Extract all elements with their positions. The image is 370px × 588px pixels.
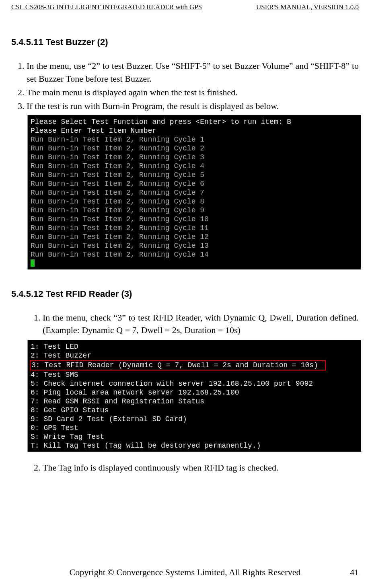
terminal-menu-output: 1: Test LED 2: Test Buzzer 3: Test RFID …	[27, 340, 361, 452]
terminal-line-highlighted: 3: Test RFID Reader (Dynamic Q = 7, Dwel…	[30, 360, 326, 370]
terminal-line: Run Burn-in Test Item 2, Running Cycle 1	[31, 136, 204, 144]
terminal-line: Run Burn-in Test Item 2, Running Cycle 1…	[31, 251, 209, 259]
terminal-line: Run Burn-in Test Item 2, Running Cycle 4	[31, 162, 204, 170]
page-header: CSL CS208-3G INTELLIGENT INTEGRATED READ…	[11, 0, 359, 14]
terminal-line: 9: SD Card 2 Test (External SD Card)	[31, 415, 187, 423]
terminal-line: 0: GPS Test	[31, 424, 78, 432]
terminal-line: Please Enter Test Item Number	[31, 127, 156, 135]
terminal-line: Run Burn-in Test Item 2, Running Cycle 5	[31, 171, 204, 179]
terminal-line: 7: Read GSM RSSI and Registration Status	[31, 397, 204, 405]
terminal-line: 2: Test Buzzer	[31, 352, 91, 360]
terminal-line: Run Burn-in Test Item 2, Running Cycle 1…	[31, 224, 209, 232]
section-heading-test-buzzer: 5.4.5.11 Test Buzzer (2)	[11, 37, 359, 47]
terminal-line: Run Burn-in Test Item 2, Running Cycle 1…	[31, 233, 209, 241]
terminal-line: Run Burn-in Test Item 2, Running Cycle 6	[31, 180, 204, 188]
list-item: The main menu is displayed again when th…	[27, 86, 359, 99]
terminal-line: Run Burn-in Test Item 2, Running Cycle 2	[31, 144, 204, 152]
header-right: USER'S MANUAL, VERSION 1.0.0	[256, 3, 359, 11]
footer-page-number: 41	[350, 567, 359, 578]
rfid-steps-list-cont: The Tag info is displayed continuously w…	[27, 461, 359, 474]
section-heading-test-rfid: 5.4.5.12 Test RFID Reader (3)	[11, 289, 359, 299]
buzzer-steps-list: In the menu, use “2” to test Buzzer. Use…	[11, 60, 359, 113]
terminal-line: Run Burn-in Test Item 2, Running Cycle 1…	[31, 242, 209, 250]
terminal-line: T: Kill Tag Test (Tag will be destoryed …	[31, 442, 261, 450]
terminal-line: Run Burn-in Test Item 2, Running Cycle 3	[31, 153, 204, 161]
terminal-line: Run Burn-in Test Item 2, Running Cycle 7	[31, 189, 204, 197]
terminal-line: S: Write Tag Test	[31, 433, 105, 441]
list-item: The Tag info is displayed continuously w…	[43, 461, 359, 474]
terminal-line: 6: Ping local area network server 192.16…	[31, 389, 239, 397]
terminal-line: Run Burn-in Test Item 2, Running Cycle 1…	[31, 215, 209, 223]
terminal-line: 1: Test LED	[31, 343, 78, 351]
terminal-line: 8: Get GPIO Status	[31, 406, 109, 414]
rfid-steps-list: In the menu, check “3” to test RFID Read…	[27, 311, 359, 337]
terminal-line: 5: Check internet connection with server…	[31, 380, 313, 388]
list-item: In the menu, use “2” to test Buzzer. Use…	[27, 60, 359, 85]
list-item: If the test is run with Burn-in Program,…	[27, 100, 359, 113]
page-footer: Copyright © Convergence Systems Limited,…	[0, 567, 370, 578]
header-left: CSL CS208-3G INTELLIGENT INTEGRATED READ…	[11, 3, 202, 11]
terminal-line: 4: Test SMS	[31, 371, 78, 379]
terminal-line: Please Select Test Function and press <E…	[31, 118, 291, 126]
terminal-burnin-output: Please Select Test Function and press <E…	[27, 115, 361, 269]
footer-copyright: Copyright © Convergence Systems Limited,…	[11, 567, 359, 578]
terminal-line: Run Burn-in Test Item 2, Running Cycle 9	[31, 206, 204, 214]
list-item: In the menu, check “3” to test RFID Read…	[43, 311, 359, 337]
terminal-line: Run Burn-in Test Item 2, Running Cycle 8	[31, 197, 204, 206]
terminal-cursor	[31, 259, 35, 267]
